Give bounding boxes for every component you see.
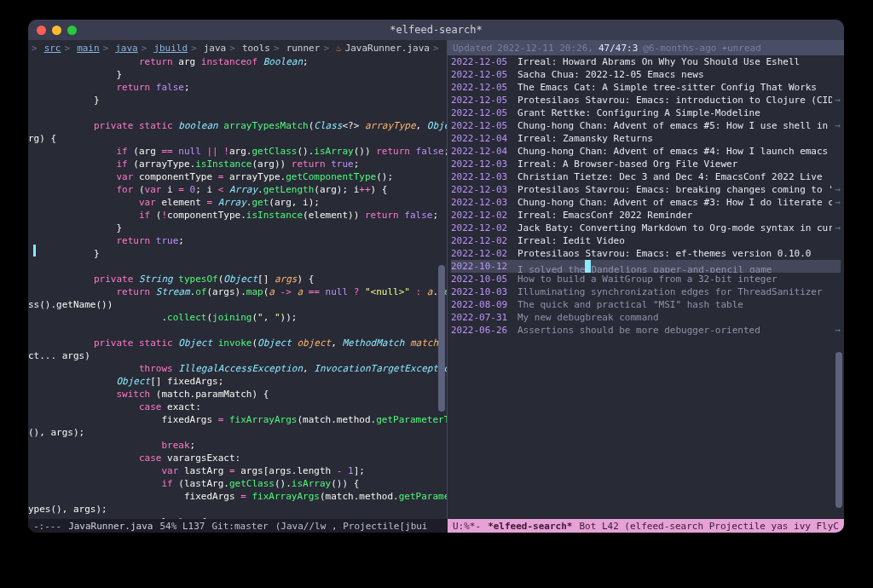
code-line[interactable]: var lastArg = args[args.length - 1]; [49, 464, 442, 477]
code-pane[interactable]: >src>main>java>jbuild>java>tools>runner>… [28, 40, 448, 519]
code-line[interactable]: Object[] fixedArgs; [49, 375, 442, 388]
code-line[interactable]: return arg instanceof Boolean; [49, 55, 442, 68]
feed-entry[interactable]: 2022-12-03Christian Tietze: Dec 3 and De… [451, 170, 841, 183]
breadcrumb-segment[interactable]: tools [242, 43, 270, 54]
code-line[interactable]: case exact: [49, 401, 442, 413]
code-line[interactable]: var componentType = arrayType.getCompone… [49, 170, 442, 183]
feed-entry-title: Chung-hong Chan: Advent of emacs #5: How… [517, 119, 832, 132]
code-line[interactable]: if (arrayType.isInstance(arg)) return tr… [49, 158, 442, 170]
code-line[interactable]: } [49, 222, 442, 234]
maximize-icon[interactable] [67, 26, 77, 35]
chevron-right-icon: > [191, 43, 197, 54]
breadcrumb-segment[interactable]: runner [286, 43, 321, 54]
feed-entry-date: 2022-12-02 [451, 222, 517, 234]
code-line[interactable]: ct... args) [49, 349, 442, 362]
minimize-icon[interactable] [52, 26, 61, 35]
feed-entry[interactable]: 2022-08-09The quick and practical "MSI" … [451, 298, 841, 311]
code-line[interactable]: } [49, 94, 442, 107]
feed-entry[interactable]: 2022-12-05Protesilaos Stavrou: Emacs: in… [451, 94, 841, 107]
code-line[interactable]: ss().getName()) [49, 298, 442, 311]
modeline-position: Bot L42 [579, 521, 618, 532]
chevron-right-icon: > [229, 43, 235, 54]
code-line[interactable]: (), args); [49, 426, 442, 439]
scrollbar-thumb[interactable] [835, 352, 842, 508]
feed-entry[interactable]: 2022-10-05How to build a WaitGroup from … [451, 273, 841, 285]
code-line[interactable]: } [49, 247, 442, 260]
scrollbar[interactable] [835, 59, 842, 517]
feed-entry-title: How to build a WaitGroup from a 32-bit i… [517, 273, 832, 285]
chevron-right-icon: > [433, 43, 439, 54]
feed-entry[interactable]: 2022-12-05The Emacs Cat: A Simple tree-s… [451, 81, 841, 94]
code-line[interactable]: return false; [49, 81, 442, 94]
feed-entry-date: 2022-12-04 [451, 132, 517, 145]
feed-entry[interactable]: 2022-12-02Irreal: EmacsConf 2022 Reminde… [451, 209, 841, 222]
code-line[interactable]: if (arg == null || !arg.getClass().isArr… [49, 145, 442, 158]
feed-entry[interactable]: 2022-06-26Assertions should be more debu… [451, 324, 841, 337]
code-line[interactable]: return true; [49, 234, 442, 247]
feed-entry-date: 2022-12-05 [451, 55, 517, 68]
window-controls [37, 26, 77, 35]
code-buffer[interactable]: return arg instanceof Boolean; } return … [28, 55, 447, 519]
feed-entry[interactable]: 2022-12-03Chung-hong Chan: Advent of ema… [451, 196, 841, 209]
code-line[interactable]: if (!componentType.isInstance(element)) … [49, 209, 442, 222]
feed-entry-date: 2022-10-05 [451, 273, 517, 285]
code-line[interactable]: } [49, 68, 442, 81]
code-line[interactable] [49, 324, 442, 337]
code-line[interactable]: case varargsExact: [49, 452, 442, 464]
feed-entry[interactable]: 2022-12-02Irreal: Iedit Video [451, 234, 841, 247]
feed-entry-title: Chung-hong Chan: Advent of emacs #3: How… [517, 196, 832, 209]
code-line[interactable]: for (var i = 0; i < Array.getLength(arg)… [49, 183, 442, 196]
code-line[interactable]: private String typesOf(Object[] args) { [49, 273, 442, 285]
code-line[interactable]: return Stream.of(args).map(a -> a == nul… [49, 285, 442, 298]
feed-entry[interactable]: 2022-12-05Chung-hong Chan: Advent of ema… [451, 119, 841, 132]
headerline-updated-prefix: Updated [453, 43, 492, 54]
code-line[interactable]: ypes(), args); [49, 503, 442, 516]
java-file-icon: ♨ [336, 43, 342, 54]
modeline-modes: (Java//lw , Projectile[jbui [275, 521, 428, 532]
chevron-right-icon: > [32, 43, 38, 54]
feed-entry-date: 2022-12-05 [451, 68, 517, 81]
feed-entry[interactable]: 2022-12-02Protesilaos Stavrou: Emacs: ef… [451, 247, 841, 260]
feed-entry[interactable]: 2022-10-03Illuminating synchronization e… [451, 285, 841, 298]
modeline-left: -:--- JavaRunner.java 54% L137 Git:maste… [28, 519, 448, 533]
feed-entry[interactable]: 2022-12-04Chung-hong Chan: Advent of ema… [451, 145, 841, 158]
feed-entry[interactable]: 2022-12-03Protesilaos Stavrou: Emacs: br… [451, 183, 841, 196]
code-line[interactable]: fixedArgs = fixArrayArgs(match.method.ge… [49, 490, 442, 503]
code-line[interactable]: break; [49, 439, 442, 452]
scrollbar[interactable] [438, 59, 445, 517]
scrollbar-thumb[interactable] [438, 265, 445, 412]
modeline-buffer: *elfeed-search* [488, 521, 572, 532]
feed-entry[interactable]: 2022-12-02Jack Baty: Converting Markdown… [451, 222, 841, 234]
feed-entry-title: Irreal: Howard Abrams On Why You Should … [517, 55, 832, 68]
code-line[interactable]: private static Object invoke(Object obje… [49, 337, 442, 349]
feed-entry-title: Protesilaos Stavrou: Emacs: ef-themes ve… [517, 247, 832, 260]
code-line[interactable]: throws IllegalAccessException, Invocatio… [49, 362, 442, 375]
code-line[interactable] [49, 260, 442, 273]
code-line[interactable]: if (lastArg.getClass().isArray()) { [49, 477, 442, 490]
code-line[interactable]: var element = Array.get(arg, i); [49, 196, 442, 209]
breadcrumb-segment[interactable]: src [44, 43, 61, 54]
breadcrumb-segment[interactable]: jbuild [153, 43, 188, 54]
feed-entry[interactable]: 2022-07-31My new debugbreak command [451, 311, 841, 324]
code-line[interactable] [49, 107, 442, 119]
elfeed-list[interactable]: 2022-12-05Irreal: Howard Abrams On Why Y… [448, 55, 844, 337]
code-line[interactable]: fixedArgs = fixArrayArgs(match.method.ge… [49, 413, 442, 426]
elfeed-pane[interactable]: Updated 2022-12-11 20:26, 47/47:3 @6-mon… [448, 40, 844, 519]
breadcrumb-segment[interactable]: java [115, 43, 138, 54]
close-icon[interactable] [37, 26, 46, 35]
code-line[interactable]: private static boolean arrayTypesMatch(C… [49, 119, 442, 132]
code-line[interactable]: rg) { [49, 132, 442, 145]
feed-entry[interactable]: 2022-12-04Irreal: Zamansky Returns [451, 132, 841, 145]
feed-entry[interactable]: 2022-12-05Sacha Chua: 2022-12-05 Emacs n… [451, 68, 841, 81]
feed-entry-date: 2022-07-31 [451, 311, 517, 324]
code-line[interactable]: .collect(joining(", ")); [49, 311, 442, 324]
breadcrumb-segment[interactable]: java [204, 43, 227, 54]
code-line[interactable]: switch (match.paramMatch) { [49, 388, 442, 401]
feed-entry-date: 2022-12-05 [451, 119, 517, 132]
feed-entry[interactable]: 2022-10-12I solved the Dandelions paper-… [451, 260, 841, 273]
feed-entry[interactable]: 2022-12-05Irreal: Howard Abrams On Why Y… [451, 55, 841, 68]
feed-entry[interactable]: 2022-12-03Irreal: A Browser-based Org Fi… [451, 158, 841, 170]
feed-entry-title: Christian Tietze: Dec 3 and Dec 4: Emacs… [517, 170, 832, 183]
feed-entry[interactable]: 2022-12-05Grant Rettke: Configuring A Si… [451, 107, 841, 119]
breadcrumb-segment[interactable]: main [77, 43, 100, 54]
